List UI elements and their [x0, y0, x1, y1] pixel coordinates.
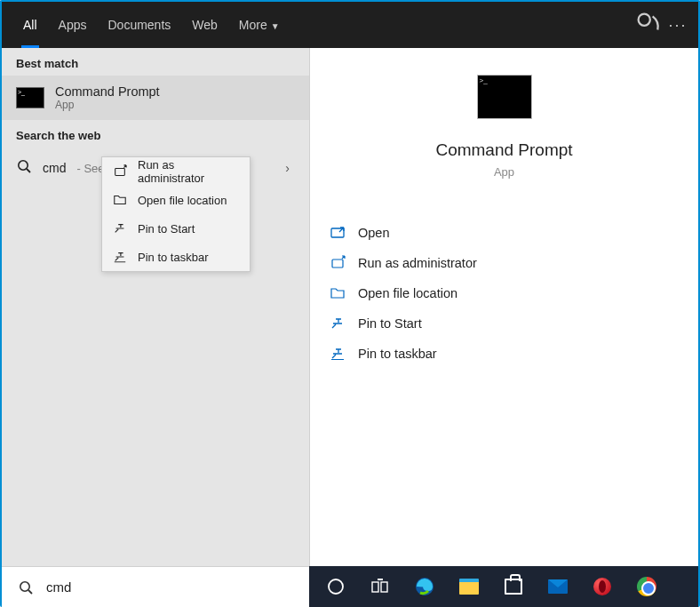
preview-title: Command Prompt — [435, 140, 572, 160]
tab-all[interactable]: All — [12, 2, 48, 48]
action-pin-to-taskbar[interactable]: Pin to taskbar — [330, 339, 679, 369]
search-icon — [18, 579, 34, 595]
options-button[interactable]: ··· — [663, 16, 693, 35]
open-icon — [330, 225, 346, 241]
ctx-item-label: Pin to Start — [138, 222, 195, 236]
action-label: Open — [358, 226, 389, 240]
task-view-button[interactable] — [359, 566, 402, 607]
ctx-item-label: Run as administrator — [138, 158, 239, 185]
action-open[interactable]: Open — [330, 218, 679, 248]
command-prompt-icon: >_ — [16, 87, 44, 108]
opera-button[interactable] — [581, 566, 624, 607]
action-label: Pin to Start — [358, 316, 422, 331]
search-input[interactable] — [46, 579, 298, 595]
explorer-icon — [459, 579, 479, 595]
explorer-button[interactable] — [448, 566, 490, 607]
chevron-right-icon: › — [285, 161, 290, 175]
tab-more[interactable]: More▼ — [228, 2, 290, 48]
pin-icon — [330, 346, 346, 362]
preview-pane: >_ Command Prompt App Open Run as admini… — [309, 48, 698, 566]
search-web-label: Search the web — [2, 120, 309, 148]
action-label: Open file location — [358, 286, 457, 300]
chrome-icon — [637, 577, 656, 596]
cortana-button[interactable] — [314, 566, 357, 607]
action-label: Run as administrator — [358, 256, 477, 270]
ctx-item-label: Pin to taskbar — [138, 251, 209, 264]
edge-button[interactable] — [403, 566, 446, 607]
best-match-label: Best match — [2, 48, 309, 76]
opera-icon — [593, 578, 611, 595]
ctx-open-file-location[interactable]: Open file location — [102, 186, 250, 214]
taskbar — [309, 566, 698, 607]
store-icon — [505, 579, 522, 595]
search-icon — [16, 158, 32, 178]
command-prompt-icon: >_ — [477, 75, 532, 119]
ctx-run-as-administrator[interactable]: Run as administrator — [102, 157, 250, 186]
context-menu: Run as administrator Open file location … — [101, 156, 251, 272]
web-query-text: cmd — [43, 161, 66, 175]
tab-apps[interactable]: Apps — [48, 2, 98, 48]
ctx-item-label: Open file location — [138, 194, 227, 207]
best-match-title: Command Prompt — [55, 84, 160, 99]
preview-subtitle: App — [494, 165, 514, 179]
ctx-pin-to-start[interactable]: Pin to Start — [102, 214, 250, 243]
action-run-as-administrator[interactable]: Run as administrator — [330, 248, 679, 278]
ctx-pin-to-taskbar[interactable]: Pin to taskbar — [102, 243, 250, 271]
admin-icon — [330, 255, 346, 271]
search-scope-tabs: All Apps Documents Web More▼ ··· — [2, 2, 698, 48]
action-open-file-location[interactable]: Open file location — [330, 278, 679, 308]
search-bar — [2, 566, 309, 607]
feedback-icon[interactable] — [632, 8, 663, 42]
chevron-down-icon: ▼ — [271, 21, 280, 31]
best-match-subtitle: App — [55, 99, 160, 111]
results-list: Best match >_ Command Prompt App Search … — [2, 48, 309, 566]
folder-icon — [330, 285, 346, 301]
store-button[interactable] — [492, 566, 535, 607]
pin-icon — [330, 315, 346, 331]
chrome-button[interactable] — [625, 566, 668, 607]
mail-icon — [548, 579, 568, 594]
best-match-item[interactable]: >_ Command Prompt App — [2, 76, 309, 120]
mail-button[interactable] — [537, 566, 579, 607]
action-pin-to-start[interactable]: Pin to Start — [330, 308, 679, 339]
action-label: Pin to taskbar — [358, 347, 437, 361]
tab-web[interactable]: Web — [181, 2, 228, 48]
tab-documents[interactable]: Documents — [97, 2, 181, 48]
